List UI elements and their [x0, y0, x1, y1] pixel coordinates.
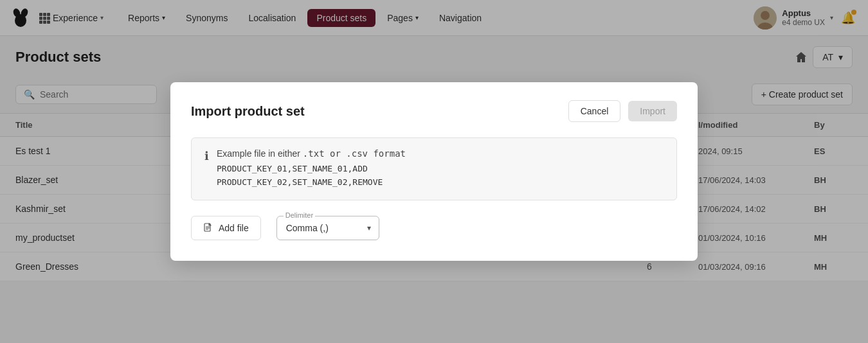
modal-body: Add file Delimiter Comma (,) ▾	[191, 216, 677, 240]
info-content: Example file in either .txt or .csv form…	[217, 148, 406, 189]
import-modal: Import product set Cancel Import ℹ Examp…	[170, 82, 698, 261]
import-button[interactable]: Import	[628, 101, 677, 121]
modal-header: Import product set Cancel Import	[191, 100, 677, 122]
delimiter-value: Comma (,)	[286, 223, 329, 233]
file-icon	[203, 223, 213, 233]
modal-title: Import product set	[191, 104, 305, 119]
delimiter-label: Delimiter	[284, 211, 315, 219]
delimiter-select[interactable]: Delimiter Comma (,) ▾	[276, 216, 379, 240]
info-box: ℹ Example file in either .txt or .csv fo…	[191, 137, 677, 200]
info-example: PRODUCT_KEY_01,SET_NAME_01,ADD PRODUCT_K…	[217, 163, 406, 189]
modal-actions: Cancel Import	[568, 100, 677, 122]
delimiter-wrapper: Delimiter Comma (,) ▾	[276, 216, 379, 240]
delimiter-caret-icon: ▾	[367, 224, 371, 233]
info-icon: ℹ	[204, 149, 209, 189]
info-text: Example file in either .txt or .csv form…	[217, 148, 406, 159]
add-file-button[interactable]: Add file	[191, 216, 261, 240]
cancel-button[interactable]: Cancel	[568, 100, 621, 122]
modal-overlay: Import product set Cancel Import ℹ Examp…	[0, 0, 868, 281]
svg-rect-15	[204, 224, 210, 231]
